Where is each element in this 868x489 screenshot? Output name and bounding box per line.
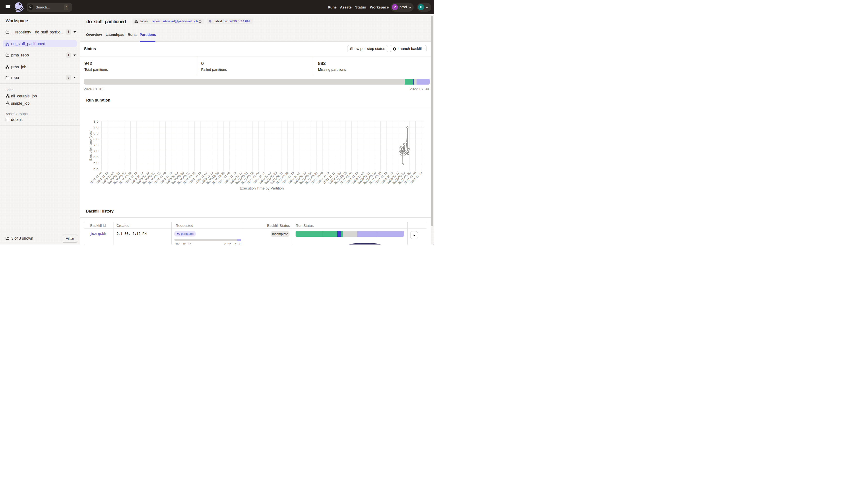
svg-text:7.0: 7.0 [93, 149, 98, 153]
svg-text:5.5: 5.5 [93, 167, 98, 171]
svg-text:6.0: 6.0 [93, 161, 98, 165]
svg-text:9.0: 9.0 [93, 125, 98, 129]
svg-text:Execution Time by Partition: Execution Time by Partition [240, 186, 284, 190]
svg-text:7.5: 7.5 [93, 143, 98, 147]
svg-text:8.0: 8.0 [93, 137, 98, 141]
svg-text:8.5: 8.5 [93, 131, 98, 135]
svg-text:Execution time (secs): Execution time (secs) [89, 129, 92, 161]
svg-text:6.5: 6.5 [93, 155, 98, 159]
svg-text:9.5: 9.5 [93, 119, 98, 123]
